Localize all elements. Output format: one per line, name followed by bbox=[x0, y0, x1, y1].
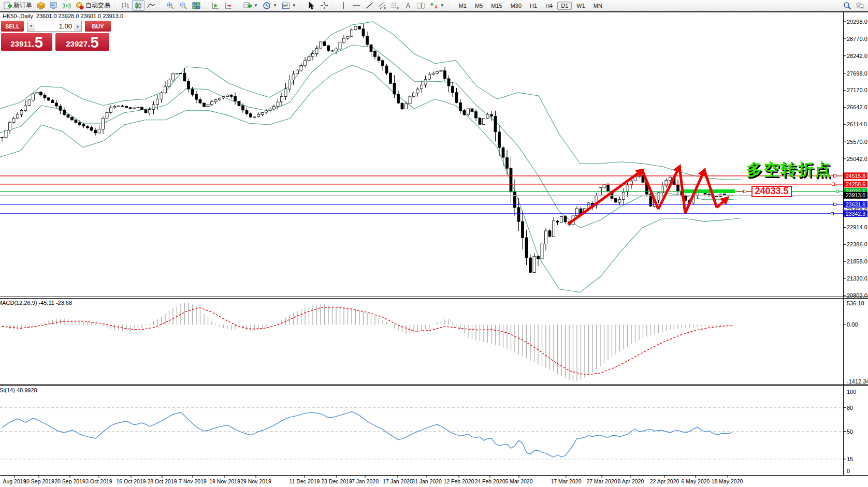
rsi-layer bbox=[0, 408, 843, 459]
main-toolbar: 新订单 自动交易 bbox=[0, 0, 868, 11]
cursor-tool-button[interactable] bbox=[305, 0, 317, 11]
periods-button[interactable]: ▼ bbox=[261, 0, 279, 11]
svg-text:27170.0: 27170.0 bbox=[847, 87, 867, 93]
chart-ohlc-title: HK50-,Daily 23601.0 23928.0 23601.0 2391… bbox=[3, 13, 123, 19]
ask-price-display[interactable]: 23927.5 bbox=[55, 33, 109, 51]
signal-icon bbox=[63, 2, 71, 10]
zoom-out-button[interactable] bbox=[177, 0, 190, 11]
crosshair-tool-button[interactable] bbox=[318, 0, 330, 11]
zoom-in-icon bbox=[166, 2, 175, 10]
svg-text:8 Apr 2020: 8 Apr 2020 bbox=[618, 478, 644, 484]
timeframe-group: M1M5M15M30H1H4D1W1MN bbox=[455, 2, 606, 10]
svg-text:28 Oct 2019: 28 Oct 2019 bbox=[147, 478, 177, 484]
auto-scroll-button[interactable] bbox=[209, 0, 222, 11]
yellow-cube-icon bbox=[37, 2, 45, 10]
timeframe-m15-button[interactable]: M15 bbox=[487, 2, 505, 10]
volume-down-button[interactable]: ▼ bbox=[27, 21, 35, 31]
mt4-window: 新订单 自动交易 bbox=[0, 0, 868, 487]
svg-text:22 Apr 2020: 22 Apr 2020 bbox=[650, 478, 679, 484]
templates-button[interactable]: ▼ bbox=[280, 0, 298, 11]
buy-button[interactable]: BUY bbox=[85, 21, 111, 32]
timeframe-mn-button[interactable]: MN bbox=[590, 2, 606, 10]
volume-up-button[interactable]: ▲ bbox=[74, 21, 81, 31]
svg-text:18 May 2020: 18 May 2020 bbox=[712, 478, 743, 484]
horizontal-levels-layer[interactable] bbox=[0, 174, 843, 215]
fibonacci-tool-button[interactable]: F bbox=[389, 0, 401, 11]
text-label-icon: T bbox=[417, 2, 425, 10]
line-chart-type-button[interactable] bbox=[145, 0, 157, 11]
search-button[interactable] bbox=[841, 0, 853, 11]
sell-button[interactable]: SELL bbox=[1, 21, 24, 32]
chat-icon bbox=[856, 2, 864, 10]
timeframe-m5-button[interactable]: M5 bbox=[471, 2, 486, 10]
tile-windows-button[interactable] bbox=[190, 0, 202, 11]
bid-pips: 5 bbox=[35, 35, 43, 50]
zoom-in-button[interactable] bbox=[164, 0, 177, 11]
candles-layer bbox=[1, 23, 734, 273]
svg-text:28770.0: 28770.0 bbox=[847, 36, 867, 42]
bar-chart-icon bbox=[121, 2, 129, 10]
hline-tool-button[interactable] bbox=[350, 0, 363, 11]
timeframe-m30-button[interactable]: M30 bbox=[507, 2, 525, 10]
toolbar-separator bbox=[205, 2, 207, 9]
turning-point-annotation[interactable]: 多空转折点 多空转折点 bbox=[746, 160, 833, 180]
candlestick-type-button[interactable] bbox=[132, 0, 144, 11]
chart-shift-button[interactable] bbox=[222, 0, 235, 11]
zigzag-trend-arrow[interactable] bbox=[568, 170, 642, 224]
metaeditor-button[interactable] bbox=[35, 0, 47, 11]
toolbar-separator bbox=[237, 2, 239, 9]
volume-input[interactable] bbox=[35, 21, 74, 31]
search-icon bbox=[843, 2, 851, 10]
price-callout-text: 24033.5 bbox=[755, 186, 788, 196]
svg-text:17 Mar 2020: 17 Mar 2020 bbox=[551, 478, 582, 484]
chart-canvas[interactable]: 29298.028770.028242.027698.027170.026642… bbox=[0, 11, 868, 487]
arrows-tool-button[interactable]: ▼ bbox=[428, 0, 446, 11]
template-icon bbox=[282, 2, 290, 10]
price-axis-layer[interactable]: 29298.028770.028242.027698.027170.026642… bbox=[843, 19, 868, 474]
trendline-tool-button[interactable] bbox=[363, 0, 375, 11]
timeframe-m1-button[interactable]: M1 bbox=[455, 2, 470, 10]
svg-text:31 Jan 2020: 31 Jan 2020 bbox=[412, 478, 442, 484]
svg-text:29 Nov 2019: 29 Nov 2019 bbox=[240, 478, 271, 484]
svg-text:6 May 2020: 6 May 2020 bbox=[682, 478, 710, 484]
timeframe-d1-button[interactable]: D1 bbox=[557, 2, 572, 10]
auto-scroll-icon bbox=[211, 2, 220, 10]
support-highlight-bar[interactable] bbox=[682, 189, 735, 193]
date-axis-layer[interactable]: Aug 201910 Sep 201920 Sep 20193 Oct 2019… bbox=[3, 476, 743, 484]
vertical-line-icon bbox=[339, 2, 348, 10]
price-callout-marker bbox=[744, 190, 746, 193]
signal-button[interactable] bbox=[61, 0, 73, 11]
bid-price-display[interactable]: 23911.5 bbox=[1, 33, 52, 51]
svg-text:17 Jan 2020: 17 Jan 2020 bbox=[383, 478, 413, 484]
channel-tool-button[interactable]: E bbox=[376, 0, 388, 11]
svg-text:20802.0: 20802.0 bbox=[847, 292, 867, 299]
indicators-button[interactable]: ▼ bbox=[241, 0, 260, 11]
trendline-icon bbox=[365, 2, 373, 10]
label-tool-button[interactable]: T bbox=[415, 0, 427, 11]
svg-text:24 Feb 2020: 24 Feb 2020 bbox=[475, 478, 505, 484]
svg-text:F: F bbox=[397, 7, 399, 10]
svg-text:A: A bbox=[406, 2, 410, 9]
vline-tool-button[interactable] bbox=[337, 0, 350, 11]
svg-text:E: E bbox=[384, 7, 386, 10]
svg-text:7 Jan 2020: 7 Jan 2020 bbox=[352, 478, 379, 484]
svg-text:19 Nov 2019: 19 Nov 2019 bbox=[209, 478, 240, 484]
toolbar-separator bbox=[332, 2, 335, 9]
timeframe-w1-button[interactable]: W1 bbox=[573, 2, 589, 10]
autotrading-label: 自动交易 bbox=[85, 1, 110, 10]
new-order-button[interactable]: 新订单 bbox=[2, 0, 34, 11]
bar-chart-type-button[interactable] bbox=[119, 0, 132, 11]
market-watch-button[interactable] bbox=[48, 0, 60, 11]
svg-text:25570.0: 25570.0 bbox=[847, 139, 867, 145]
toolbar-separator bbox=[449, 2, 451, 9]
svg-text:T: T bbox=[419, 3, 423, 9]
svg-text:100: 100 bbox=[847, 389, 856, 395]
timeframe-h1-button[interactable]: H1 bbox=[526, 2, 541, 10]
equidistant-channel-icon: E bbox=[378, 2, 386, 10]
autotrading-button[interactable]: 自动交易 bbox=[74, 0, 112, 11]
chat-button[interactable] bbox=[854, 0, 866, 11]
text-tool-button[interactable]: A bbox=[402, 0, 414, 11]
timeframe-h4-button[interactable]: H4 bbox=[542, 2, 556, 10]
svg-text:5 Mar 2020: 5 Mar 2020 bbox=[505, 478, 532, 484]
rsi-indicator-label: RSI(14) 48.9928 bbox=[0, 387, 37, 393]
